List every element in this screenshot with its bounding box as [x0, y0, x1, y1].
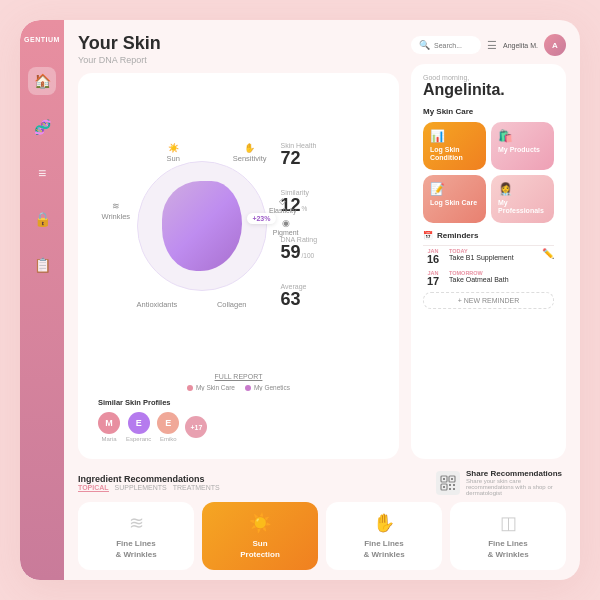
chart-legend: My Skin Care My Genetics	[88, 384, 389, 391]
main-content: Your Skin Your DNA Report ☀️ Sun	[64, 20, 580, 580]
product-card-4[interactable]: ◫ Fine Lines& Wrinkles	[450, 502, 566, 570]
chart-wrapper: ☀️ Sun ✋ Sensitivity ◇Elasticity	[88, 83, 389, 369]
dna-blob	[162, 181, 242, 271]
ingredient-title: Ingredient Recommendations	[78, 474, 220, 484]
divider	[423, 245, 554, 246]
user-avatar: A	[544, 34, 566, 56]
product-card-1[interactable]: ≋ Fine Lines& Wrinkles	[78, 502, 194, 570]
card-label-sun: SunProtection	[240, 539, 280, 560]
svg-rect-3	[443, 478, 445, 480]
ingredient-tabs: TOPICAL SUPPLEMENTS TREATMENTS	[78, 484, 220, 492]
svg-rect-6	[449, 484, 451, 486]
reminder-item-1: JAN 16 Today Take B1 Supplement ✏️	[423, 248, 554, 265]
share-qr-icon	[436, 471, 460, 495]
reminder-edit-icon[interactable]: ✏️	[542, 248, 554, 259]
user-name: Angelita M.	[503, 42, 538, 49]
care-label-products: My Products	[498, 146, 547, 154]
search-input[interactable]	[434, 42, 473, 49]
chart-label-antioxidants: Antioxidants	[137, 300, 178, 309]
similar-profiles-title: Similar Skin Profiles	[98, 398, 379, 407]
header-icons: ☰ Angelita M. A	[487, 34, 566, 56]
tab-topical[interactable]: TOPICAL	[78, 484, 109, 492]
app-container: GENTIUM 🏠 🧬 ≡ 🔒 📋 Your Skin Your DNA Rep…	[20, 20, 580, 580]
stat-skin-health: Skin Health 72	[271, 135, 341, 176]
product-card-3[interactable]: ✋ Fine Lines& Wrinkles	[326, 502, 442, 570]
svg-rect-5	[443, 486, 445, 488]
full-report-button[interactable]: FULL REPORT	[88, 373, 389, 380]
avatar-maria: M Maria	[98, 412, 120, 442]
user-greeting: Angelinita.	[423, 81, 554, 99]
reminder-info-1: Today Take B1 Supplement	[449, 248, 536, 261]
tab-supplements[interactable]: SUPPLEMENTS	[115, 484, 167, 492]
left-panel: Your Skin Your DNA Report ☀️ Sun	[78, 34, 399, 459]
good-morning: Good morning,	[423, 74, 554, 81]
sidebar-item-dna[interactable]: 🧬	[28, 113, 56, 141]
products-icon: 🛍️	[498, 129, 547, 143]
log-condition-icon: 📊	[430, 129, 479, 143]
chart-label-wrinkles: ≋Wrinkles	[102, 201, 131, 221]
card-icon-3: ✋	[373, 512, 395, 534]
page-title: Your Skin	[78, 34, 399, 54]
care-grid: 📊 Log Skin Condition 🛍️ My Products 📝 Lo…	[423, 122, 554, 223]
card-icon-sun: ☀️	[249, 512, 271, 534]
share-title: Share Recommendations	[466, 469, 566, 478]
card-icon-4: ◫	[500, 512, 517, 534]
care-label-log-condition: Log Skin Condition	[430, 146, 479, 163]
care-card-log-condition[interactable]: 📊 Log Skin Condition	[423, 122, 486, 170]
profile-avatars: M Maria E Esperanc E Emiko	[98, 412, 379, 442]
care-card-log-care[interactable]: 📝 Log Skin Care	[423, 175, 486, 223]
chart-label-sensitivity: ✋ Sensitivity	[233, 143, 267, 163]
reminder-date-2: JAN 17	[423, 270, 443, 287]
skin-care-title: My Skin Care	[423, 107, 554, 116]
tab-treatments[interactable]: TREATMENTS	[173, 484, 220, 492]
reminder-info-2: Tomorrow Take Oatmeal Bath	[449, 270, 554, 283]
svg-rect-7	[453, 484, 455, 486]
legend-dot-genetics	[245, 385, 251, 391]
chart-badge: +23%	[247, 213, 275, 224]
care-label-professionals: My Professionals	[498, 199, 547, 216]
reminder-item-2: JAN 17 Tomorrow Take Oatmeal Bath	[423, 270, 554, 287]
professionals-icon: 👩‍⚕️	[498, 182, 547, 196]
card-icon-1: ≋	[129, 512, 144, 534]
product-card-sun-protection[interactable]: ☀️ SunProtection	[202, 502, 318, 570]
ingredient-header: Ingredient Recommendations TOPICAL SUPPL…	[78, 469, 566, 496]
greeting-card: Good morning, Angelinita. My Skin Care 📊…	[411, 64, 566, 459]
sidebar-item-lock[interactable]: 🔒	[28, 205, 56, 233]
log-care-icon: 📝	[430, 182, 479, 196]
stat-average: Average 63	[271, 276, 341, 317]
right-panel: 🔍 ☰ Angelita M. A Good morning, Angelini…	[411, 34, 566, 459]
right-header: 🔍 ☰ Angelita M. A	[411, 34, 566, 56]
card-label-4: Fine Lines& Wrinkles	[487, 539, 528, 560]
legend-genetics: My Genetics	[245, 384, 290, 391]
reminders-section: 📅 Reminders JAN 16 Today Take B1 Supp	[423, 231, 554, 309]
sidebar-item-menu[interactable]: ≡	[28, 159, 56, 187]
top-section: Your Skin Your DNA Report ☀️ Sun	[78, 34, 566, 459]
legend-skin-care: My Skin Care	[187, 384, 235, 391]
chart-label-collagen: Collagen	[217, 300, 247, 309]
share-section: Share Recommendations Share your skin ca…	[436, 469, 566, 496]
share-description: Share your skin care recommendations wit…	[466, 478, 566, 496]
care-card-products[interactable]: 🛍️ My Products	[491, 122, 554, 170]
search-bar[interactable]: 🔍	[411, 36, 481, 54]
sidebar-item-home[interactable]: 🏠	[28, 67, 56, 95]
chart-label-sun: ☀️ Sun	[167, 143, 180, 163]
calendar-icon: 📅	[423, 231, 433, 240]
new-reminder-button[interactable]: + NEW REMINDER	[423, 292, 554, 309]
hamburger-icon[interactable]: ☰	[487, 39, 497, 52]
sidebar: GENTIUM 🏠 🧬 ≡ 🔒 📋	[20, 20, 64, 580]
chart-label-elasticity: ◇Elasticity	[269, 196, 297, 214]
card-label-1: Fine Lines& Wrinkles	[115, 539, 156, 560]
svg-rect-4	[451, 478, 453, 480]
svg-rect-9	[453, 488, 455, 490]
search-icon: 🔍	[419, 40, 430, 50]
cards-row: ≋ Fine Lines& Wrinkles ☀️ SunProtection …	[78, 502, 566, 570]
sidebar-item-clipboard[interactable]: 📋	[28, 251, 56, 279]
care-card-professionals[interactable]: 👩‍⚕️ My Professionals	[491, 175, 554, 223]
avatar-emiko: E Emiko	[157, 412, 179, 442]
legend-dot-skin-care	[187, 385, 193, 391]
similar-profiles: Similar Skin Profiles M Maria E Esperanc	[88, 391, 389, 449]
avatar-more: +17	[185, 416, 207, 438]
svg-rect-8	[449, 488, 451, 490]
share-text-block: Share Recommendations Share your skin ca…	[466, 469, 566, 496]
dna-chart-area: ☀️ Sun ✋ Sensitivity ◇Elasticity	[78, 73, 399, 459]
